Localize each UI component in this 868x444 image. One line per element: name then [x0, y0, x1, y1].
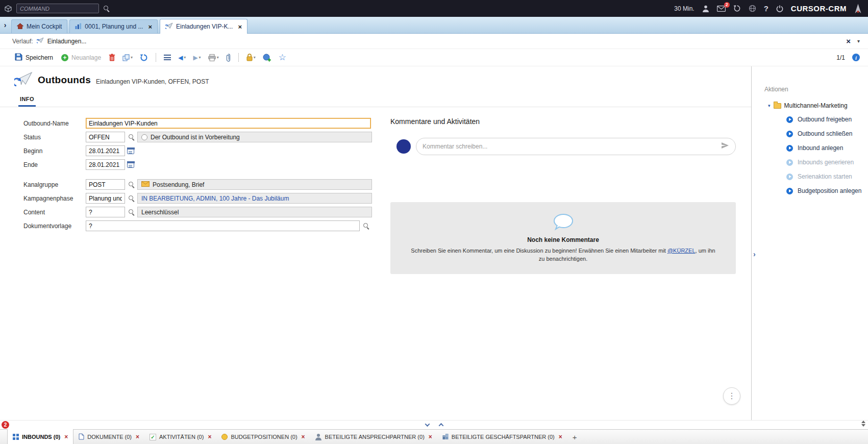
outbound-name-input[interactable] — [86, 118, 371, 129]
actions-group-label: Multichannel-Marketing — [784, 102, 848, 109]
kanalgruppe-lookup-button[interactable] — [125, 181, 137, 188]
bottom-tab-aktivitaeten[interactable]: ✓ AKTIVITÄTEN (0) × — [144, 430, 216, 444]
search-icon[interactable] — [103, 5, 110, 12]
tab-list-expander-icon[interactable]: › — [1, 17, 9, 33]
play-icon — [786, 145, 793, 152]
copy-icon — [122, 54, 130, 61]
action-outbound-schliessen[interactable]: Outbound schließen — [786, 127, 864, 141]
field-row-kanalgruppe: Kanalgruppe Postsendung, Brief — [23, 179, 372, 190]
dokumentvorlage-input[interactable] — [86, 220, 360, 231]
favorite-button[interactable]: ☆ — [276, 52, 289, 63]
command-input[interactable] — [16, 4, 99, 13]
ende-date-input[interactable] — [86, 159, 125, 170]
person-icon — [315, 434, 322, 440]
close-icon[interactable]: × — [64, 433, 68, 440]
comment-input[interactable] — [423, 143, 717, 150]
send-icon[interactable] — [721, 142, 729, 151]
field-label: Outbound-Name — [23, 120, 86, 127]
tab-info[interactable]: INFO — [18, 96, 36, 107]
action-inbound-anlegen[interactable]: Inbound anlegen — [786, 141, 864, 155]
actions-group-multichannel[interactable]: ▾ Multichannel-Marketing — [768, 102, 864, 109]
field-label: Kanalgruppe — [23, 181, 86, 188]
reload-button[interactable] — [137, 52, 151, 64]
collapse-down-icon[interactable] — [425, 422, 430, 427]
dokumentvorlage-lookup-button[interactable] — [360, 223, 372, 229]
nav-back-button[interactable]: ◀ ▾ — [175, 52, 189, 63]
mail-badge: 2 — [724, 2, 730, 8]
attachment-button[interactable] — [223, 52, 234, 64]
content-description: Leerschlüssel — [137, 207, 372, 217]
scroll-down-icon[interactable] — [861, 424, 865, 427]
action-budgetposition-anlegen[interactable]: Budgetposition anlegen — [786, 184, 864, 198]
more-options-button[interactable]: ⋮ — [723, 387, 740, 405]
tree-caret-icon[interactable]: ▾ — [768, 103, 771, 108]
beginn-date-input[interactable] — [86, 145, 125, 156]
add-tab-button[interactable]: + — [567, 430, 582, 444]
info-icon[interactable] — [852, 54, 860, 61]
arrow-right-icon: ▶ — [193, 54, 197, 61]
menu-button[interactable] — [161, 53, 174, 62]
globe-icon[interactable] — [749, 5, 756, 12]
link-add-icon — [263, 54, 271, 62]
close-icon[interactable]: × — [208, 433, 211, 440]
close-icon[interactable]: × — [136, 433, 139, 440]
entity-header: Outbounds Einladungen VIP-Kunden, OFFEN,… — [0, 66, 751, 91]
history-current-item[interactable]: Einladungen... — [47, 38, 87, 45]
tab-kampagne[interactable]: 0001, Planung und ... × — [69, 19, 158, 33]
kanalgruppe-input[interactable] — [86, 179, 125, 190]
bottom-tab-budgetpositionen[interactable]: BUDGETPOSITIONEN (0) × — [216, 430, 310, 444]
kampagnenphase-lookup-button[interactable] — [125, 195, 137, 202]
tab-einladungen[interactable]: Einladungen VIP-K... × — [160, 19, 247, 34]
print-button[interactable]: ▾ — [205, 52, 222, 63]
status-lookup-button[interactable] — [125, 134, 137, 140]
refresh-icon[interactable] — [733, 5, 741, 12]
check-icon: ✓ — [150, 434, 156, 440]
kampagnenphase-link[interactable]: IN BEARBEITUNG, ADMIN, 100 Jahre - Das J… — [141, 195, 289, 202]
beginn-calendar-button[interactable] — [127, 147, 134, 154]
panel-expand-icon[interactable]: › — [753, 250, 756, 258]
action-outbound-freigeben[interactable]: Outbound freigeben — [786, 112, 864, 127]
history-label: Verlauf: — [12, 38, 33, 45]
bottom-tab-ansprechpartner[interactable]: BETEILIGTE ANSPRECHPARTNER (0) × — [310, 430, 437, 444]
tab-mein-cockpit[interactable]: Mein Cockpit — [11, 19, 67, 33]
lock-button[interactable]: ▾ — [243, 52, 259, 63]
bottom-tab-inbounds[interactable]: INBOUNDS (0) × — [7, 429, 73, 444]
save-button[interactable]: Speichern — [11, 51, 57, 64]
copy-button[interactable]: ▾ — [119, 52, 136, 63]
content-lookup-button[interactable] — [125, 209, 137, 215]
ende-calendar-button[interactable] — [127, 161, 134, 168]
bottom-tab-geschaeftspartner[interactable]: BETEILIGTE GESCHÄFTSPARTNER (0) × — [437, 430, 567, 444]
bottom-tab-label: AKTIVITÄTEN (0) — [159, 434, 204, 440]
save-label: Speichern — [26, 54, 53, 61]
status-description: Der Outbound ist in Vorbereitung — [137, 132, 372, 142]
expand-up-icon[interactable] — [438, 423, 443, 428]
close-icon[interactable]: × — [559, 433, 562, 440]
field-row-outbound-name: Outbound-Name — [23, 117, 372, 129]
nav-forward-button[interactable]: ▶ ▾ — [190, 52, 204, 63]
app-cube-icon[interactable] — [4, 5, 12, 13]
user-icon[interactable] — [702, 5, 709, 12]
content-input[interactable] — [86, 207, 125, 217]
outbound-plane-icon — [165, 22, 173, 31]
assign-add-button[interactable] — [260, 52, 275, 64]
mail-icon[interactable]: 2 — [717, 6, 726, 12]
lock-icon — [246, 54, 253, 61]
field-label: Content — [23, 209, 86, 216]
help-icon[interactable]: ? — [764, 4, 768, 13]
tab-label: Mein Cockpit — [27, 23, 62, 30]
kebab-icon: ⋮ — [728, 392, 736, 400]
folder-icon — [774, 103, 781, 109]
scroll-up-icon[interactable] — [861, 421, 865, 423]
status-input[interactable] — [86, 132, 125, 142]
delete-button[interactable] — [106, 52, 118, 63]
logout-power-icon[interactable] — [776, 5, 783, 12]
close-icon[interactable]: × — [846, 37, 851, 45]
kampagnenphase-input[interactable] — [86, 193, 125, 204]
chevron-down-icon[interactable]: ▾ — [857, 38, 860, 44]
refresh-icon — [140, 54, 148, 62]
close-icon[interactable]: × — [148, 23, 152, 31]
close-icon[interactable]: × — [238, 23, 242, 31]
close-icon[interactable]: × — [429, 433, 432, 440]
close-icon[interactable]: × — [302, 433, 305, 440]
bottom-tab-dokumente[interactable]: DOKUMENTE (0) × — [73, 430, 144, 444]
